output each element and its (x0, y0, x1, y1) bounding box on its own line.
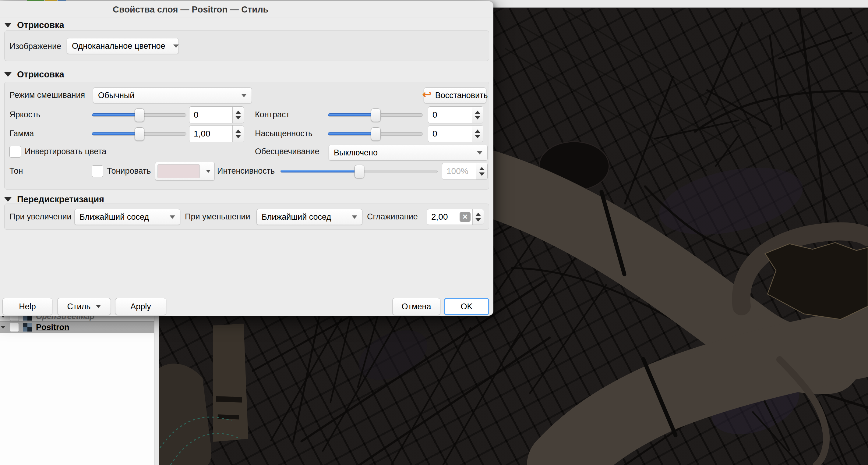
spin-up-icon[interactable] (236, 111, 241, 114)
intensity-label: Интенсивность (217, 166, 275, 176)
grayscale-label: Обесцвечивание (255, 147, 319, 156)
section-header-label: Передискретизация (17, 195, 104, 204)
zoom-out-select[interactable]: Ближайший сосед (256, 209, 363, 225)
brightness-spinbox[interactable]: 0 (189, 106, 244, 123)
oversampling-value: 2,00 (427, 209, 460, 225)
color-dropdown-button[interactable] (202, 162, 214, 180)
gamma-slider[interactable] (92, 127, 186, 141)
chevron-down-icon (241, 94, 247, 97)
saturation-slider[interactable] (328, 127, 423, 141)
saturation-label: Насыщенность (255, 129, 312, 138)
slider-fill (328, 132, 375, 135)
chevron-down-icon (96, 305, 101, 308)
colorize-checkbox[interactable] (92, 166, 103, 177)
layer-row-positron[interactable]: Positron (0, 321, 154, 333)
oversampling-spinbox[interactable]: 2,00 ✕ (427, 209, 484, 225)
column-divider (251, 142, 251, 168)
clear-icon[interactable]: ✕ (460, 212, 470, 222)
layer-properties-dialog: Свойства слоя — Positron — Стиль Отрисов… (0, 1, 493, 316)
slider-fill (280, 170, 359, 172)
slider-fill (92, 113, 139, 116)
slider-thumb[interactable] (371, 127, 381, 141)
blend-mode-label: Режим смешивания (9, 90, 85, 100)
qgis-window: OpenStreetMap Positron Свойства слоя — P… (0, 0, 868, 465)
layers-panel: OpenStreetMap Positron (0, 311, 154, 465)
slider-fill (92, 132, 139, 135)
collapse-triangle-icon (4, 23, 11, 27)
contrast-value: 0 (428, 107, 472, 123)
style-button-label: Стиль (67, 302, 91, 312)
help-button-label: Help (19, 302, 36, 312)
colorize-label: Тонировать (107, 166, 151, 176)
grayscale-select[interactable]: Выключено (329, 145, 488, 161)
saturation-spinbox[interactable]: 0 (428, 125, 483, 142)
colorize-color-button[interactable] (155, 162, 215, 181)
section-header-label: Отрисовка (17, 69, 64, 80)
slider-thumb[interactable] (135, 109, 144, 122)
undo-icon: ↩ (422, 89, 431, 100)
spin-down-icon[interactable] (236, 135, 241, 138)
gamma-spinbox[interactable]: 1,00 (189, 125, 244, 142)
zoom-in-select[interactable]: Ближайший сосед (74, 209, 180, 225)
contrast-label: Контраст (255, 110, 290, 119)
brightness-value: 0 (189, 107, 232, 123)
slider-fill (328, 113, 375, 116)
spin-up-icon[interactable] (475, 129, 480, 133)
spin-up-icon[interactable] (475, 213, 481, 216)
apply-button[interactable]: Apply (115, 298, 166, 315)
renderer-value: Одноканальное цветное (72, 41, 165, 51)
section-resampling-header[interactable]: Передискретизация (4, 194, 104, 205)
spin-down-icon[interactable] (475, 135, 480, 138)
chevron-down-icon (169, 215, 175, 219)
spin-down-icon[interactable] (236, 116, 241, 119)
resampling-group: При увеличении Ближайший сосед При умень… (4, 204, 489, 230)
slider-thumb[interactable] (354, 165, 364, 178)
slider-thumb[interactable] (371, 109, 381, 122)
section-band-rendering-header[interactable]: Отрисовка (4, 20, 64, 30)
dialog-titlebar[interactable]: Свойства слоя — Positron — Стиль (0, 1, 493, 18)
layer-visibility-checkbox[interactable] (10, 323, 19, 332)
raster-layer-icon (23, 323, 32, 331)
invert-colors-label: Инвертировать цвета (25, 147, 106, 156)
spin-up-icon[interactable] (475, 111, 480, 114)
invert-colors-checkbox[interactable] (9, 146, 21, 157)
color-rendering-group: Режим смешивания Обычный ↩ Восстановить … (4, 82, 489, 190)
reset-button[interactable]: ↩ Восстановить (424, 87, 486, 103)
brightness-slider[interactable] (92, 108, 186, 122)
image-label: Изображение (9, 42, 61, 51)
slider-thumb[interactable] (135, 127, 144, 141)
hue-label: Тон (9, 166, 23, 176)
contrast-slider[interactable] (328, 108, 423, 122)
intensity-slider[interactable] (280, 165, 438, 178)
chevron-down-icon (352, 215, 357, 219)
band-rendering-group: Изображение Одноканальное цветное (4, 30, 489, 61)
section-color-rendering-header[interactable]: Отрисовка (4, 69, 64, 80)
zoom-in-value: Ближайший сосед (80, 212, 149, 222)
blend-mode-select[interactable]: Обычный (93, 87, 252, 103)
brightness-label: Яркость (9, 110, 40, 119)
oversampling-label: Сглаживание (367, 212, 418, 222)
ok-button[interactable]: OK (444, 298, 489, 315)
ok-button-label: OK (461, 302, 472, 312)
help-button[interactable]: Help (2, 298, 52, 315)
cancel-button[interactable]: Отмена (392, 298, 440, 315)
color-swatch (157, 164, 200, 178)
renderer-select[interactable]: Одноканальное цветное (67, 38, 179, 54)
zoom-out-label: При уменьшении (185, 212, 250, 222)
spin-down-icon[interactable] (475, 116, 480, 119)
grayscale-value: Выключено (334, 148, 378, 157)
apply-button-label: Apply (130, 302, 151, 312)
intensity-spinbox[interactable]: 100% (442, 163, 488, 180)
contrast-spinbox[interactable]: 0 (428, 106, 483, 123)
spin-up-icon[interactable] (236, 129, 241, 133)
chevron-down-icon (477, 151, 483, 154)
style-button[interactable]: Стиль (57, 298, 111, 315)
chevron-down-icon (206, 170, 211, 173)
spin-down-icon[interactable] (475, 218, 481, 222)
spin-down-icon[interactable] (479, 172, 485, 176)
expand-arrow-icon[interactable] (1, 326, 5, 329)
cancel-button-label: Отмена (402, 302, 431, 312)
spin-up-icon[interactable] (479, 167, 485, 170)
zoom-out-value: Ближайший сосед (261, 212, 331, 222)
blend-mode-value: Обычный (98, 91, 134, 100)
